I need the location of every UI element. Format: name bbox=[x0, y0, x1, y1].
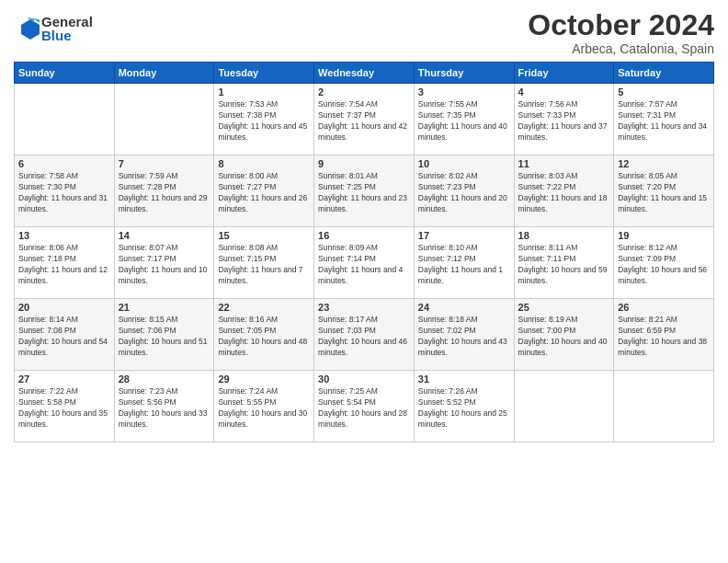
day-number: 24 bbox=[418, 302, 510, 313]
title-section: October 2024 Arbeca, Catalonia, Spain bbox=[528, 9, 714, 56]
day-number: 14 bbox=[119, 230, 210, 241]
logo-icon bbox=[14, 16, 40, 41]
day-cell: 7Sunrise: 7:59 AM Sunset: 7:28 PM Daylig… bbox=[114, 155, 214, 227]
day-cell: 10Sunrise: 8:02 AM Sunset: 7:23 PM Dayli… bbox=[414, 155, 514, 227]
day-number: 16 bbox=[318, 230, 410, 241]
logo-text: General Blue bbox=[41, 15, 93, 42]
week-row-1: 1Sunrise: 7:53 AM Sunset: 7:38 PM Daylig… bbox=[15, 84, 714, 155]
day-info: Sunrise: 7:26 AM Sunset: 5:52 PM Dayligh… bbox=[418, 386, 510, 431]
day-info: Sunrise: 8:14 AM Sunset: 7:08 PM Dayligh… bbox=[18, 315, 110, 359]
day-info: Sunrise: 8:07 AM Sunset: 7:17 PM Dayligh… bbox=[119, 243, 210, 287]
day-number: 19 bbox=[618, 230, 710, 241]
week-row-2: 6Sunrise: 7:58 AM Sunset: 7:30 PM Daylig… bbox=[15, 155, 714, 227]
day-cell: 6Sunrise: 7:58 AM Sunset: 7:30 PM Daylig… bbox=[15, 155, 115, 227]
week-row-3: 13Sunrise: 8:06 AM Sunset: 7:18 PM Dayli… bbox=[15, 227, 714, 299]
day-number: 22 bbox=[218, 302, 310, 313]
day-cell: 17Sunrise: 8:10 AM Sunset: 7:12 PM Dayli… bbox=[414, 227, 514, 299]
day-cell: 20Sunrise: 8:14 AM Sunset: 7:08 PM Dayli… bbox=[15, 299, 115, 371]
day-cell: 21Sunrise: 8:15 AM Sunset: 7:06 PM Dayli… bbox=[114, 299, 214, 371]
calendar-container: General Blue October 2024 Arbeca, Catalo… bbox=[0, 0, 728, 452]
day-info: Sunrise: 8:02 AM Sunset: 7:23 PM Dayligh… bbox=[418, 171, 510, 215]
day-cell bbox=[114, 84, 214, 155]
day-info: Sunrise: 8:03 AM Sunset: 7:22 PM Dayligh… bbox=[518, 171, 610, 215]
col-sunday: Sunday bbox=[15, 63, 115, 84]
day-number: 13 bbox=[18, 230, 110, 241]
day-number: 23 bbox=[318, 302, 410, 313]
day-number: 31 bbox=[418, 373, 510, 385]
day-cell: 3Sunrise: 7:55 AM Sunset: 7:35 PM Daylig… bbox=[414, 84, 514, 155]
calendar-header: Sunday Monday Tuesday Wednesday Thursday… bbox=[15, 63, 714, 84]
day-cell: 12Sunrise: 8:05 AM Sunset: 7:20 PM Dayli… bbox=[614, 155, 714, 227]
col-friday: Friday bbox=[514, 63, 614, 84]
day-cell: 31Sunrise: 7:26 AM Sunset: 5:52 PM Dayli… bbox=[414, 371, 514, 442]
day-number: 4 bbox=[518, 86, 610, 98]
day-info: Sunrise: 8:11 AM Sunset: 7:11 PM Dayligh… bbox=[518, 243, 610, 287]
day-cell: 1Sunrise: 7:53 AM Sunset: 7:38 PM Daylig… bbox=[214, 84, 314, 155]
day-cell: 26Sunrise: 8:21 AM Sunset: 6:59 PM Dayli… bbox=[614, 299, 714, 371]
day-info: Sunrise: 7:24 AM Sunset: 5:55 PM Dayligh… bbox=[218, 386, 310, 431]
day-cell: 2Sunrise: 7:54 AM Sunset: 7:37 PM Daylig… bbox=[314, 84, 415, 155]
day-cell: 22Sunrise: 8:16 AM Sunset: 7:05 PM Dayli… bbox=[214, 299, 314, 371]
day-number: 30 bbox=[318, 373, 410, 385]
day-info: Sunrise: 7:59 AM Sunset: 7:28 PM Dayligh… bbox=[119, 171, 210, 215]
day-info: Sunrise: 8:09 AM Sunset: 7:14 PM Dayligh… bbox=[318, 243, 410, 287]
month-title: October 2024 bbox=[528, 9, 714, 41]
day-number: 26 bbox=[618, 302, 710, 313]
svg-marker-0 bbox=[21, 19, 40, 40]
header-row: Sunday Monday Tuesday Wednesday Thursday… bbox=[15, 63, 714, 84]
day-cell: 14Sunrise: 8:07 AM Sunset: 7:17 PM Dayli… bbox=[114, 227, 214, 299]
day-cell: 16Sunrise: 8:09 AM Sunset: 7:14 PM Dayli… bbox=[314, 227, 415, 299]
day-info: Sunrise: 8:16 AM Sunset: 7:05 PM Dayligh… bbox=[218, 315, 310, 359]
day-info: Sunrise: 7:25 AM Sunset: 5:54 PM Dayligh… bbox=[318, 386, 410, 431]
day-number: 17 bbox=[418, 230, 510, 241]
day-cell: 19Sunrise: 8:12 AM Sunset: 7:09 PM Dayli… bbox=[614, 227, 714, 299]
day-info: Sunrise: 8:08 AM Sunset: 7:15 PM Dayligh… bbox=[218, 243, 310, 287]
day-info: Sunrise: 8:06 AM Sunset: 7:18 PM Dayligh… bbox=[18, 243, 110, 287]
day-number: 11 bbox=[518, 158, 610, 169]
day-info: Sunrise: 7:23 AM Sunset: 5:56 PM Dayligh… bbox=[119, 386, 210, 431]
day-cell: 5Sunrise: 7:57 AM Sunset: 7:31 PM Daylig… bbox=[614, 84, 714, 155]
day-number: 29 bbox=[218, 373, 310, 385]
day-number: 6 bbox=[18, 158, 110, 169]
day-cell: 13Sunrise: 8:06 AM Sunset: 7:18 PM Dayli… bbox=[15, 227, 115, 299]
day-number: 2 bbox=[318, 86, 410, 98]
logo: General Blue bbox=[14, 15, 93, 42]
day-number: 15 bbox=[218, 230, 310, 241]
day-info: Sunrise: 8:12 AM Sunset: 7:09 PM Dayligh… bbox=[618, 243, 710, 287]
day-info: Sunrise: 7:58 AM Sunset: 7:30 PM Dayligh… bbox=[18, 171, 110, 215]
col-saturday: Saturday bbox=[614, 63, 714, 84]
day-cell: 25Sunrise: 8:19 AM Sunset: 7:00 PM Dayli… bbox=[514, 299, 614, 371]
day-number: 20 bbox=[18, 302, 110, 313]
day-info: Sunrise: 7:55 AM Sunset: 7:35 PM Dayligh… bbox=[418, 99, 510, 144]
day-number: 1 bbox=[218, 86, 310, 98]
day-cell bbox=[15, 84, 115, 155]
day-info: Sunrise: 7:57 AM Sunset: 7:31 PM Dayligh… bbox=[618, 99, 710, 144]
day-cell: 11Sunrise: 8:03 AM Sunset: 7:22 PM Dayli… bbox=[514, 155, 614, 227]
day-number: 12 bbox=[618, 158, 710, 169]
day-info: Sunrise: 8:18 AM Sunset: 7:02 PM Dayligh… bbox=[418, 315, 510, 359]
header: General Blue October 2024 Arbeca, Catalo… bbox=[14, 9, 714, 56]
day-cell bbox=[514, 371, 614, 442]
day-number: 25 bbox=[518, 302, 610, 313]
day-info: Sunrise: 8:17 AM Sunset: 7:03 PM Dayligh… bbox=[318, 315, 410, 359]
day-cell: 8Sunrise: 8:00 AM Sunset: 7:27 PM Daylig… bbox=[214, 155, 314, 227]
col-monday: Monday bbox=[114, 63, 214, 84]
day-cell: 24Sunrise: 8:18 AM Sunset: 7:02 PM Dayli… bbox=[414, 299, 514, 371]
calendar-body: 1Sunrise: 7:53 AM Sunset: 7:38 PM Daylig… bbox=[15, 84, 714, 442]
day-cell: 27Sunrise: 7:22 AM Sunset: 5:58 PM Dayli… bbox=[15, 371, 115, 442]
day-number: 5 bbox=[618, 86, 710, 98]
logo-general-text: General bbox=[41, 15, 93, 29]
day-cell: 4Sunrise: 7:56 AM Sunset: 7:33 PM Daylig… bbox=[514, 84, 614, 155]
day-cell: 28Sunrise: 7:23 AM Sunset: 5:56 PM Dayli… bbox=[114, 371, 214, 442]
location: Arbeca, Catalonia, Spain bbox=[528, 41, 714, 56]
col-wednesday: Wednesday bbox=[314, 63, 415, 84]
day-info: Sunrise: 8:15 AM Sunset: 7:06 PM Dayligh… bbox=[119, 315, 210, 359]
day-cell bbox=[614, 371, 714, 442]
week-row-5: 27Sunrise: 7:22 AM Sunset: 5:58 PM Dayli… bbox=[15, 371, 714, 442]
day-cell: 29Sunrise: 7:24 AM Sunset: 5:55 PM Dayli… bbox=[214, 371, 314, 442]
col-thursday: Thursday bbox=[414, 63, 514, 84]
day-number: 21 bbox=[119, 302, 210, 313]
day-number: 7 bbox=[119, 158, 210, 169]
day-number: 3 bbox=[418, 86, 510, 98]
day-cell: 15Sunrise: 8:08 AM Sunset: 7:15 PM Dayli… bbox=[214, 227, 314, 299]
